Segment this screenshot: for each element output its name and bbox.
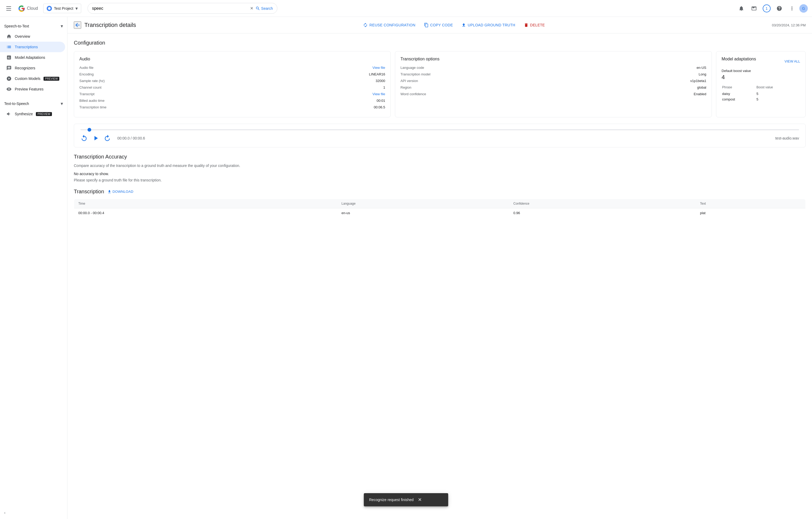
tts-section-header[interactable]: Text-to-Speech ▾ — [0, 98, 67, 109]
search-bar: speec × Search — [88, 3, 277, 14]
transcription-time-value: 00:06.5 — [374, 105, 385, 109]
rewind-icon — [80, 135, 88, 142]
hamburger-button[interactable] — [4, 3, 15, 14]
encoding-row: Encoding LINEAR16 — [79, 72, 385, 76]
account-circle-button[interactable]: 1 — [761, 3, 772, 14]
project-selector[interactable]: Test Project ▾ — [43, 4, 81, 13]
notifications-button[interactable] — [736, 3, 747, 14]
page-header-left: Transcription details — [74, 21, 136, 29]
sidebar-item-preview-features[interactable]: Preview Features — [0, 84, 65, 94]
account-notification: 1 — [761, 3, 772, 14]
transcription-time-label: Transcription time — [79, 105, 107, 109]
google-cloud-logo[interactable]: Cloud — [18, 5, 38, 12]
search-button[interactable]: Search — [256, 6, 273, 11]
play-button[interactable] — [92, 135, 99, 142]
audio-progress-thumb[interactable] — [88, 128, 91, 132]
billed-audio-row: Billed audio time 00:01 — [79, 98, 385, 103]
region-value: global — [697, 85, 706, 89]
language-code-row: Language code en-US — [401, 66, 706, 69]
collapse-sidebar-button[interactable]: ‹ — [4, 511, 5, 515]
upload-icon — [461, 23, 466, 27]
channel-count-label: Channel count — [79, 85, 102, 89]
search-clear-icon[interactable]: × — [250, 5, 253, 11]
boost-col-header: Boost value — [756, 85, 800, 91]
accuracy-title: Transcription Accuracy — [74, 154, 806, 160]
boost-row-compost: compost 5 — [722, 97, 800, 102]
sidebar-item-synthesize[interactable]: Synthesize PREVIEW — [0, 109, 65, 119]
list-icon — [6, 44, 11, 50]
sidebar-label-synthesize: Synthesize — [15, 112, 33, 116]
sidebar-item-recognizers[interactable]: Recognizers — [0, 63, 65, 73]
sidebar-label-transcriptions: Transcriptions — [15, 45, 38, 49]
help-button[interactable] — [774, 3, 785, 14]
transcription-options-title: Transcription options — [401, 57, 706, 61]
forward-button[interactable] — [104, 135, 111, 142]
word-confidence-value: Enabled — [694, 92, 706, 96]
header-actions: REUSE CONFIGURATION COPY CODE UPLOAD GRO… — [361, 21, 547, 29]
back-button[interactable] — [74, 21, 81, 29]
accuracy-hint: Please specify a ground truth file for t… — [74, 178, 806, 182]
language-code-label: Language code — [401, 66, 424, 69]
transcription-time-row: Transcription time 00:06.5 — [79, 105, 385, 109]
stt-section-header[interactable]: Speech-to-Text ▾ — [0, 21, 67, 31]
table-header-row: Time Language Confidence Text — [74, 199, 806, 208]
view-all-link[interactable]: VIEW ALL — [785, 59, 800, 63]
transcription-header: Transcription DOWNLOAD — [74, 189, 806, 195]
search-input[interactable]: speec — [92, 6, 248, 11]
delete-button[interactable]: DELETE — [522, 21, 547, 29]
reuse-configuration-button[interactable]: REUSE CONFIGURATION — [361, 21, 417, 29]
phrase-compost: compost — [722, 97, 756, 102]
rewind-button[interactable] — [80, 135, 88, 142]
audio-file-link[interactable]: View file — [373, 66, 385, 69]
delete-icon — [524, 23, 529, 27]
audio-card: Audio Audio file View file Encoding LINE… — [74, 51, 391, 117]
sidebar-footer: ‹ — [4, 511, 5, 515]
boost-compost: 5 — [756, 97, 800, 102]
billed-audio-value: 00:01 — [376, 98, 385, 103]
sidebar-item-transcriptions[interactable]: Transcriptions — [0, 42, 65, 52]
boost-row-daisy: daisy 5 — [722, 91, 800, 96]
word-confidence-row: Word confidence Enabled — [401, 92, 706, 96]
snackbar: Recognize request finished ✕ — [364, 493, 448, 506]
page-title: Transcription details — [84, 22, 136, 28]
upload-ground-truth-button[interactable]: UPLOAD GROUND TRUTH — [459, 21, 517, 29]
svg-text:1: 1 — [765, 6, 768, 10]
accuracy-section: Transcription Accuracy Compare accuracy … — [74, 154, 806, 182]
nav-left: Cloud Test Project ▾ — [4, 3, 81, 14]
more-options-button[interactable] — [787, 3, 797, 14]
default-boost-label: Default boost value — [722, 69, 800, 73]
download-icon — [107, 190, 112, 194]
sidebar-item-model-adaptations[interactable]: Model Adaptations — [0, 52, 65, 63]
user-avatar[interactable]: G — [799, 4, 808, 13]
copy-icon — [424, 23, 429, 27]
row-time: 00:00.0 - 00:00.4 — [74, 208, 338, 218]
upload-label: UPLOAD GROUND TRUTH — [468, 23, 515, 27]
model-adaptations-card: Model adaptations VIEW ALL Default boost… — [716, 51, 806, 117]
snackbar-close-button[interactable]: ✕ — [418, 497, 422, 503]
project-chevron-icon: ▾ — [76, 5, 78, 11]
transcript-link[interactable]: View file — [373, 92, 385, 96]
terminal-button[interactable] — [749, 3, 759, 14]
account-ring-icon: 1 — [762, 4, 771, 13]
sidebar-item-custom-models[interactable]: Custom Models PREVIEW — [0, 73, 65, 84]
sidebar-item-overview[interactable]: Overview — [0, 31, 65, 42]
word-confidence-label: Word confidence — [401, 92, 426, 96]
notifications-icon — [738, 5, 744, 11]
api-version-label: API version — [401, 79, 418, 83]
help-icon — [776, 5, 782, 11]
audio-player: 00:00.0 / 00:00.6 test-audio.wav — [74, 124, 806, 147]
download-button[interactable]: DOWNLOAD — [107, 190, 134, 194]
model-card-header: Model adaptations VIEW ALL — [722, 57, 800, 66]
main-content: Transcription details REUSE CONFIGURATIO… — [67, 17, 812, 519]
transcription-model-label: Transcription model — [401, 72, 431, 76]
transcript-label: Transcript — [79, 92, 94, 96]
menu-icon — [6, 5, 13, 11]
audio-progress-bar[interactable] — [80, 129, 799, 130]
phrase-daisy: daisy — [722, 91, 756, 96]
sidebar-label-custom-models: Custom Models — [15, 77, 40, 81]
audio-filename: test-audio.wav — [775, 136, 799, 140]
copy-code-button[interactable]: COPY CODE — [422, 21, 455, 29]
preview-icon — [6, 86, 11, 92]
terminal-icon — [751, 5, 757, 11]
collapse-icon: ‹ — [4, 511, 5, 515]
